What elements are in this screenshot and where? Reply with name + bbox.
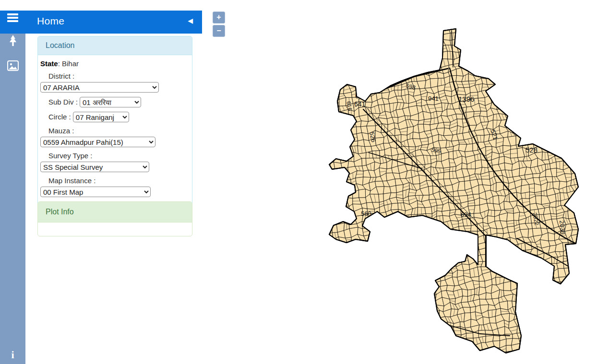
cadastral-map[interactable]: 6446416161396941598528203820225215265955…	[312, 19, 590, 362]
plot-number-label: 941	[428, 95, 439, 102]
panel-collapse-icon[interactable]: ◀	[188, 17, 193, 24]
mauza-select[interactable]: 0559 Ahmadpur Pahi(15)	[40, 137, 155, 147]
plot-number-label: 641	[354, 100, 366, 108]
plot-number-label: 528	[525, 146, 537, 154]
district-select[interactable]: 07 ARARIA	[40, 82, 159, 93]
plot-info-panel: Plot Info	[37, 201, 192, 236]
state-value: : Bihar	[58, 59, 79, 68]
zoom-in-button[interactable]: +	[213, 12, 225, 23]
map-canvas[interactable]: 6446416161396941598528203820225215265955…	[312, 19, 590, 362]
sidebar: i	[0, 34, 25, 364]
survey-type-label: Survey Type :	[48, 152, 190, 160]
district-label: District :	[48, 72, 190, 80]
survey-type-select[interactable]: SS Special Survey	[40, 162, 149, 172]
state-label: State	[40, 59, 58, 68]
page-title: Home	[37, 15, 64, 27]
plot-number-label: 1396	[458, 95, 474, 103]
image-icon[interactable]	[7, 59, 19, 72]
circle-label: Circle :	[48, 113, 71, 121]
mauza-label: Mauza :	[48, 127, 190, 135]
subdiv-select[interactable]: 01 अररिया	[80, 97, 141, 107]
menu-icon[interactable]	[7, 12, 18, 23]
plot-number-label: 694	[461, 211, 471, 218]
state-row: State: Bihar	[40, 59, 190, 68]
plot-info-title: Plot Info	[38, 202, 192, 223]
plot-number-label: 2038	[558, 220, 567, 235]
info-icon[interactable]: i	[7, 349, 19, 361]
circle-select[interactable]: 07 Raniganj	[73, 112, 129, 122]
map-instance-label: Map Instance :	[48, 176, 190, 185]
zoom-out-button[interactable]: −	[213, 25, 225, 37]
subdiv-label: Sub Div :	[48, 98, 78, 106]
layers-tree-icon[interactable]	[7, 35, 19, 47]
plot-info-body	[38, 223, 192, 236]
location-panel: Location State: Bihar District : 07 ARAR…	[37, 36, 192, 219]
map-instance-select[interactable]: 00 First Map	[40, 187, 151, 197]
location-panel-title: Location	[38, 36, 192, 55]
top-header-bar: Home ◀	[0, 11, 202, 34]
